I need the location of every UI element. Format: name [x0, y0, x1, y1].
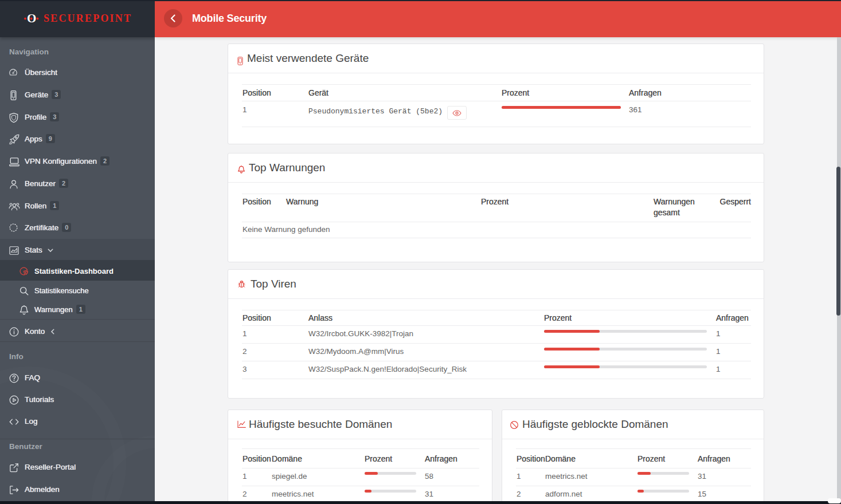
- svg-text:SECUREPOINT: SECUREPOINT: [44, 13, 132, 24]
